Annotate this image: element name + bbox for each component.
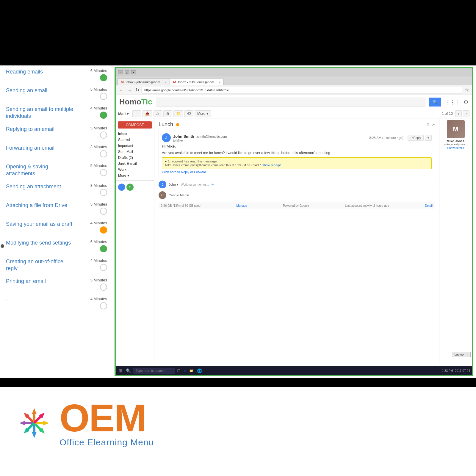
gmail-logo: HomoTic bbox=[119, 97, 152, 107]
show-details-link[interactable]: Show details bbox=[441, 146, 470, 150]
top-black-bar bbox=[0, 0, 476, 65]
tab2-close[interactable]: × bbox=[219, 80, 220, 84]
sidebar-item-work[interactable]: Work bbox=[116, 167, 154, 173]
browser-tab-bar: M Inbox - johnsmith@hom... × M Inbox - m… bbox=[116, 76, 472, 85]
reply-button[interactable]: ↩ Reply bbox=[408, 135, 424, 141]
status-dot-out-of-office bbox=[100, 264, 107, 271]
gmail-search-input[interactable] bbox=[156, 98, 425, 107]
minimize-button[interactable]: – bbox=[118, 70, 123, 74]
sidebar-item-drafts[interactable]: Drafts (2) bbox=[116, 155, 154, 161]
apps-icon[interactable]: ⋮⋮⋮ bbox=[444, 99, 461, 105]
add-people-btn[interactable]: + bbox=[211, 181, 214, 188]
reply-forward-link[interactable]: Click here to Reply or Forward bbox=[162, 170, 432, 174]
toolbar-more-btn[interactable]: More ▾ bbox=[195, 110, 211, 117]
course-item-sending-attach[interactable]: Sending an attachment 3 Minutes bbox=[6, 183, 107, 197]
browser-tab-2[interactable]: M Inbox - mike.jones@hom... × bbox=[170, 78, 224, 85]
browser-tab-1[interactable]: M Inbox - johnsmith@hom... × bbox=[118, 78, 170, 85]
toolbar-archive-btn[interactable]: 📥 bbox=[143, 110, 152, 117]
course-item-modifying[interactable]: Modifying the send settings 6 Minutes bbox=[6, 239, 107, 253]
more-actions-button[interactable]: ▾ bbox=[425, 135, 432, 141]
course-title-out-of-office[interactable]: Creating an out-of-office reply bbox=[6, 259, 63, 271]
oem-text-block: OEM Office Elearning Menu bbox=[60, 399, 154, 447]
sidebar-item-starred[interactable]: Starred bbox=[116, 137, 154, 143]
expand-icon[interactable]: ⤢ bbox=[432, 123, 435, 127]
course-title-replying[interactable]: Replying to an email bbox=[6, 126, 54, 132]
taskbar-date: 2017-07-24 bbox=[455, 369, 470, 372]
popup-close[interactable]: × bbox=[466, 353, 468, 356]
email-message: J John Smith j.smith@homotic.com to Mike… bbox=[159, 130, 435, 177]
course-item-multiple[interactable]: Sending an email to multiple individuals… bbox=[6, 106, 107, 120]
taskbar-files-btn[interactable]: 📁 bbox=[188, 369, 195, 373]
taskbar-view-btn[interactable]: ❐ bbox=[176, 369, 181, 373]
gmail-search-button[interactable]: 🔍 bbox=[429, 98, 441, 107]
close-button[interactable]: × bbox=[131, 70, 136, 74]
course-title-sending[interactable]: Sending an email bbox=[6, 87, 47, 93]
status-dot-printing bbox=[100, 284, 107, 291]
show-receipt-link[interactable]: Show receipt bbox=[262, 163, 281, 167]
back-button[interactable]: ← bbox=[118, 87, 125, 93]
course-item-reading-emails[interactable]: Reading emails 6 Minutes bbox=[6, 68, 107, 82]
course-title-reading-emails[interactable]: Reading emails bbox=[6, 69, 43, 75]
bottom-black-bar bbox=[0, 378, 476, 387]
email-body-text: Are you available to meet me for lunch? … bbox=[162, 150, 432, 156]
toolbar-back-btn[interactable]: ← bbox=[132, 110, 141, 117]
course-item-out-of-office[interactable]: Creating an out-of-office reply 4 Minute… bbox=[6, 258, 107, 273]
course-title-attaching-drive[interactable]: Attaching a file from Drive bbox=[6, 202, 67, 208]
course-item-opening[interactable]: Opening & saving attachments 5 Minutes bbox=[6, 163, 107, 178]
forward-button[interactable]: → bbox=[126, 87, 133, 93]
sidebar-item-important[interactable]: Important bbox=[116, 143, 154, 149]
sidebar-item-inbox[interactable]: Inbox bbox=[116, 131, 154, 137]
course-item-printing[interactable]: Printing an email 5 Minutes bbox=[6, 278, 107, 291]
toolbar-prev-btn[interactable]: ‹ bbox=[455, 110, 462, 117]
course-title-modifying[interactable]: Modifying the send settings bbox=[6, 240, 71, 246]
search-button[interactable]: 🔍 bbox=[125, 368, 132, 373]
bookmark-icon[interactable]: ☆ bbox=[464, 87, 470, 93]
course-item-attaching-drive[interactable]: Attaching a file from Drive 5 Minutes bbox=[6, 202, 107, 215]
toolbar-next-btn[interactable]: › bbox=[463, 110, 469, 117]
course-item-saving-draft[interactable]: Saving your email as a draft 4 Minutes bbox=[6, 221, 107, 234]
address-bar: ← → ↻ ☆ bbox=[116, 85, 472, 95]
course-title-opening[interactable]: Opening & saving attachments bbox=[6, 164, 48, 176]
status-dot-multiple bbox=[100, 112, 107, 119]
url-input[interactable] bbox=[142, 87, 462, 93]
logo-homo: Homo bbox=[119, 97, 141, 106]
course-item-more[interactable]: · · · 4 Minutes bbox=[6, 297, 107, 310]
toolbar-folder-btn[interactable]: 📁 bbox=[173, 110, 183, 117]
course-item-sending[interactable]: Sending an email 5 Minutes bbox=[6, 87, 107, 101]
course-item-forwarding[interactable]: Forwarding an email 3 Minutes bbox=[6, 145, 107, 158]
print-icon[interactable]: 🖨 bbox=[426, 123, 430, 127]
taskbar-ie-btn[interactable]: e bbox=[183, 369, 187, 372]
sidebar-item-more[interactable]: More ▾ bbox=[116, 173, 154, 178]
sidebar-item-sent[interactable]: Sent Mail bbox=[116, 149, 154, 155]
detail-link[interactable]: Detail bbox=[425, 204, 433, 207]
compose-button[interactable]: COMPOSE bbox=[118, 121, 152, 129]
tab1-close[interactable]: × bbox=[165, 80, 167, 84]
course-item-replying[interactable]: Replying to an email 5 Minutes bbox=[6, 126, 107, 139]
course-title-printing[interactable]: Printing an email bbox=[6, 278, 46, 284]
browser-window-controls: – □ × bbox=[118, 70, 136, 74]
email-subject-bar: Lunch 🖨 ⤢ bbox=[159, 121, 435, 128]
restore-button[interactable]: □ bbox=[125, 70, 129, 74]
gmail-sidebar: COMPOSE Inbox Starred Important Sent Mai… bbox=[116, 118, 154, 363]
course-title-forwarding[interactable]: Forwarding an email bbox=[6, 145, 54, 151]
course-title-saving-draft[interactable]: Saving your email as a draft bbox=[6, 221, 72, 227]
taskbar-search-input[interactable] bbox=[133, 368, 175, 374]
status-dot-reading bbox=[100, 74, 107, 81]
toolbar-spam-btn[interactable]: ⚠ bbox=[154, 110, 162, 117]
mail-dropdown-icon[interactable]: ▾ bbox=[127, 112, 129, 116]
toolbar-delete-btn[interactable]: 🗑 bbox=[163, 110, 172, 117]
email-timestamp: 8:28 AM (1 minute ago) bbox=[369, 136, 403, 140]
status-dot-saving-draft bbox=[100, 226, 107, 234]
taskbar-chrome-btn[interactable]: 🌐 bbox=[196, 368, 203, 373]
sidebar-item-junk[interactable]: Junk E-mail bbox=[116, 161, 154, 167]
reload-button[interactable]: ↻ bbox=[134, 87, 140, 93]
minutes-modifying: 6 Minutes bbox=[77, 239, 107, 244]
toolbar-label-btn[interactable]: 🏷 bbox=[184, 110, 193, 117]
settings-icon[interactable]: ⚙ bbox=[464, 99, 468, 105]
from-email-addr: j.smith@homotic.com bbox=[195, 135, 227, 138]
course-title-sending-attach[interactable]: Sending an attachment bbox=[6, 184, 61, 190]
manage-link[interactable]: Manage bbox=[236, 204, 247, 207]
email-from-bar: J John Smith j.smith@homotic.com to Mike… bbox=[162, 133, 432, 142]
course-title-multiple[interactable]: Sending an email to multiple individuals bbox=[6, 106, 73, 119]
start-button[interactable]: ⊞ bbox=[118, 368, 123, 373]
